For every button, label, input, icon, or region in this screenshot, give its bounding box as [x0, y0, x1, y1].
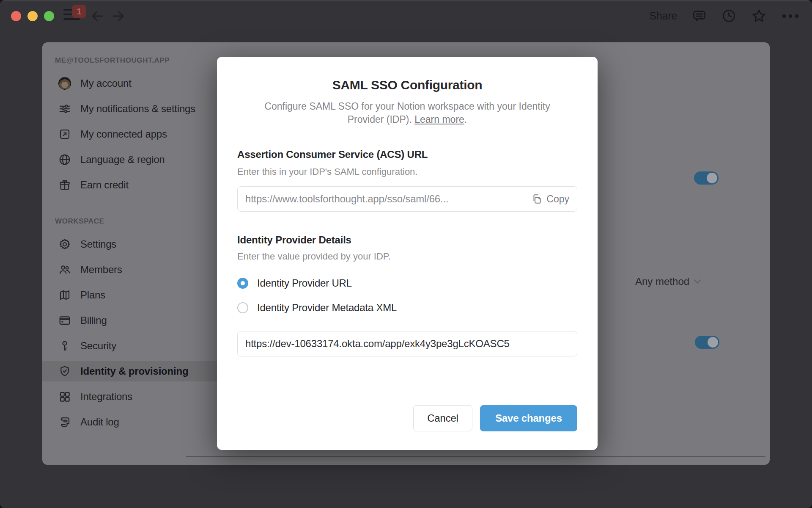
save-changes-button[interactable]: Save changes: [480, 405, 577, 431]
copy-button[interactable]: Copy: [532, 193, 569, 205]
modal-subtitle: Configure SAML SSO for your Notion works…: [263, 100, 551, 126]
radio-selected-icon[interactable]: [237, 278, 248, 289]
sidebar-item-settings[interactable]: Settings: [42, 234, 224, 254]
key-icon: [58, 340, 71, 352]
app-window: 1 Share ME@TOOLSFORTH: [0, 0, 812, 508]
external-link-icon: [58, 128, 71, 141]
section-divider: [186, 456, 765, 457]
sidebar-toggle-button[interactable]: 1: [63, 8, 83, 24]
sidebar-item-earn-credit[interactable]: Earn credit: [42, 175, 224, 195]
user-avatar: [58, 77, 71, 90]
sliders-icon: [58, 102, 71, 115]
workspace-section-header: WORKSPACE: [55, 217, 224, 226]
gear-icon: [58, 238, 71, 251]
gift-icon: [58, 179, 71, 191]
login-method-dropdown[interactable]: Any method: [635, 274, 702, 289]
chevron-down-icon: [693, 279, 702, 284]
grid-icon: [58, 390, 71, 403]
radio-option-idp-url[interactable]: Identity Provider URL: [237, 277, 577, 290]
zoom-window-button[interactable]: [44, 11, 54, 21]
forward-arrow-button[interactable]: [111, 9, 126, 23]
saml-sso-modal: SAML SSO Configuration Configure SAML SS…: [217, 57, 598, 450]
radio-unselected-icon[interactable]: [237, 302, 248, 313]
credit-card-icon: [58, 314, 71, 327]
learn-more-link[interactable]: Learn more: [414, 114, 464, 125]
back-arrow-button[interactable]: [90, 9, 105, 23]
title-bar: 1 Share: [0, 0, 812, 32]
idp-details-heading: Identity Provider Details: [237, 234, 577, 246]
comments-icon[interactable]: [692, 8, 707, 23]
sidebar-item-language-region[interactable]: Language & region: [42, 149, 224, 170]
sidebar-item-plans[interactable]: Plans: [42, 285, 224, 305]
saml-sso-toggle[interactable]: [694, 171, 719, 185]
members-icon: [58, 263, 71, 276]
copy-icon: [532, 193, 543, 204]
secondary-toggle[interactable]: [695, 336, 719, 349]
acs-url-field[interactable]: https://www.toolsforthought.app/sso/saml…: [237, 186, 577, 212]
idp-url-field[interactable]: https://dev-10633174.okta.com/app/exk4y3…: [237, 331, 577, 356]
modal-title: SAML SSO Configuration: [237, 77, 577, 93]
share-button[interactable]: Share: [649, 10, 677, 22]
account-section-header: ME@TOOLSFORTHOUGHT.APP: [55, 56, 224, 65]
sidebar-item-my-account[interactable]: My account: [42, 73, 224, 94]
acs-url-heading: Assertion Consumer Service (ACS) URL: [237, 148, 577, 161]
acs-url-helper: Enter this in your IDP's SAML configurat…: [237, 167, 577, 177]
globe-icon: [58, 153, 71, 166]
shield-check-icon: [58, 365, 71, 378]
sidebar-item-notifications-settings[interactable]: My notifications & settings: [42, 99, 224, 119]
more-options-icon[interactable]: [782, 14, 799, 19]
cancel-button[interactable]: Cancel: [413, 405, 472, 431]
sidebar-item-security[interactable]: Security: [42, 336, 224, 356]
sidebar-item-members[interactable]: Members: [42, 260, 224, 280]
notification-badge: 1: [72, 5, 86, 18]
close-window-button[interactable]: [11, 11, 21, 21]
acs-url-value: https://www.toolsforthought.app/sso/saml…: [245, 193, 532, 205]
idp-details-helper: Enter the value provided by your IDP.: [237, 251, 577, 262]
idp-url-value: https://dev-10633174.okta.com/app/exk4y3…: [245, 338, 569, 350]
sidebar-item-billing[interactable]: Billing: [42, 310, 224, 331]
sidebar-item-connected-apps[interactable]: My connected apps: [42, 124, 224, 144]
sidebar-item-audit-log[interactable]: Audit log: [42, 412, 224, 432]
history-clock-icon[interactable]: [721, 8, 736, 23]
settings-sidebar: ME@TOOLSFORTHOUGHT.APP My account My not…: [42, 42, 224, 465]
minimize-window-button[interactable]: [27, 11, 38, 21]
audit-log-icon: [58, 416, 71, 428]
radio-option-idp-metadata-xml[interactable]: Identity Provider Metadata XML: [237, 301, 577, 314]
sidebar-item-integrations[interactable]: Integrations: [42, 387, 224, 407]
map-icon: [58, 289, 71, 301]
favorite-star-icon[interactable]: [751, 8, 767, 24]
